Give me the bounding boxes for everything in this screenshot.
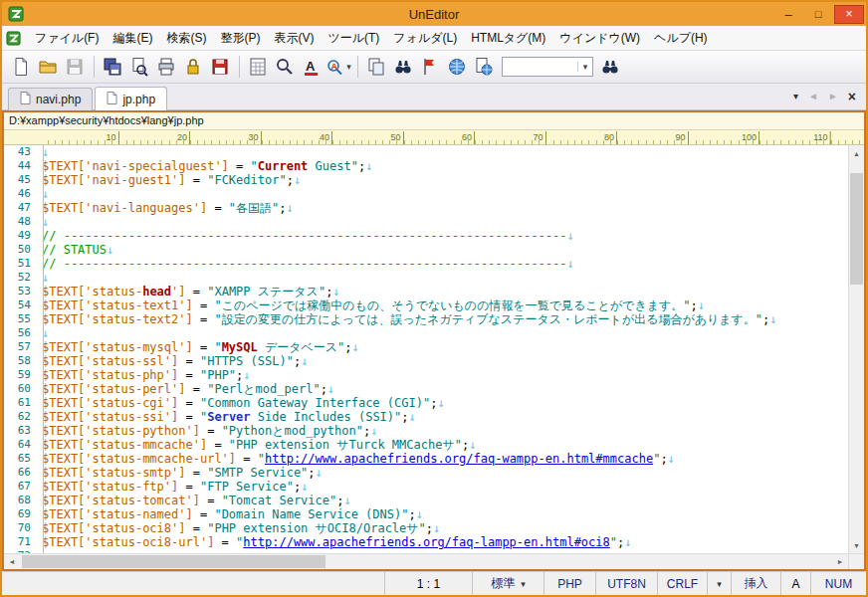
- code-line[interactable]: 45$TEXT['navi-guest1'] = "FCKeditor";↓: [4, 173, 848, 187]
- dropdown-icon[interactable]: ▾: [346, 62, 351, 72]
- search-combo[interactable]: ▾: [502, 57, 593, 77]
- open-file-button[interactable]: [35, 54, 61, 80]
- menu-search[interactable]: 検索(S): [159, 26, 213, 51]
- dropdown-icon[interactable]: ▾: [577, 62, 592, 72]
- ime-search-button[interactable]: A▾: [326, 54, 351, 80]
- vertical-scroll-track[interactable]: [849, 161, 864, 537]
- code-line[interactable]: 62$TEXT['status-ssi'] = "Server Side Inc…: [4, 410, 848, 424]
- minimize-button[interactable]: –: [774, 5, 802, 24]
- line-ending-indicator[interactable]: CRLF: [657, 572, 707, 595]
- binoculars-icon: [393, 57, 413, 77]
- code-line[interactable]: 63$TEXT['status-python'] = "Pythonとmod_p…: [4, 424, 848, 438]
- scroll-up-icon[interactable]: ▲: [849, 145, 864, 161]
- char-table-button[interactable]: [245, 54, 271, 80]
- title-bar[interactable]: UnEditor – □ ×: [2, 2, 866, 26]
- search-button[interactable]: [597, 54, 623, 80]
- encoding-indicator[interactable]: UTF8N: [595, 572, 657, 595]
- code-text: $TEXT['status-named'] = "Domain Name Ser…: [37, 507, 423, 521]
- code-line[interactable]: 57$TEXT['status-mysql'] = "MySQL データベース"…: [4, 340, 848, 354]
- code-line[interactable]: 52↓: [4, 271, 848, 285]
- scroll-down-icon[interactable]: ▼: [849, 537, 864, 553]
- font-color-button[interactable]: A: [299, 54, 325, 80]
- scroll-left-icon[interactable]: ◄: [4, 554, 20, 569]
- grep-button[interactable]: [390, 54, 416, 80]
- menu-help[interactable]: ヘルプ(H): [647, 26, 715, 51]
- line-number: 51: [4, 257, 37, 271]
- code-line[interactable]: 72: [4, 549, 848, 553]
- code-line[interactable]: 60$TEXT['status-perl'] = "Perlとmod_perl"…: [4, 382, 848, 396]
- menu-format[interactable]: 整形(P): [213, 26, 267, 51]
- menu-folder[interactable]: フォルダ(L): [386, 26, 464, 51]
- horizontal-scroll-thumb[interactable]: [22, 555, 326, 568]
- vertical-scroll-thumb[interactable]: [850, 173, 863, 285]
- browser-button[interactable]: [444, 54, 470, 80]
- line-number: 71: [4, 535, 37, 549]
- code-line[interactable]: 50// STATUS↓: [4, 243, 848, 257]
- code-text: $TEXT['navi-languages'] = "各国語";↓: [37, 201, 294, 215]
- newline-mark: ↓: [769, 312, 776, 326]
- line-ending-dropdown-icon[interactable]: ▾: [707, 572, 731, 595]
- code-line[interactable]: 51// -----------------------------------…: [4, 257, 848, 271]
- ruler-mark: 10: [106, 131, 118, 144]
- code-area[interactable]: 43↓44$TEXT['navi-specialguest'] = "Curre…: [4, 145, 848, 553]
- tab-list-dropdown-icon[interactable]: ▾: [793, 92, 798, 101]
- tab-jp.php[interactable]: jp.php: [95, 87, 167, 110]
- newline-mark: ↓: [316, 466, 323, 480]
- close-button[interactable]: ×: [834, 5, 864, 24]
- vertical-scrollbar[interactable]: ▲ ▼: [848, 145, 864, 553]
- scroll-right-icon[interactable]: ►: [832, 554, 848, 569]
- insert-mode-indicator[interactable]: 挿入: [731, 572, 780, 595]
- code-line[interactable]: 71$TEXT['status-oci8-url'] = "http://www…: [4, 535, 848, 549]
- print-preview-button[interactable]: [126, 54, 152, 80]
- code-line[interactable]: 61$TEXT['status-cgi'] = "Common Gateway …: [4, 396, 848, 410]
- toolbar-separator: [239, 56, 240, 78]
- code-line[interactable]: 67$TEXT['status-ftp'] = "FTP Service";↓: [4, 480, 848, 494]
- code-line[interactable]: 43↓: [4, 145, 848, 159]
- code-line[interactable]: 48↓: [4, 215, 848, 229]
- code-line[interactable]: 68$TEXT['status-tomcat'] = "Tomcat Servi…: [4, 494, 848, 507]
- code-line[interactable]: 53$TEXT['status-head'] = "XAMPP ステータス";↓: [4, 285, 848, 298]
- menu-window[interactable]: ウインドウ(W): [552, 26, 647, 51]
- status-bar: 1 : 1 標準 ▾ PHP UTF8N CRLF ▾ 挿入 A NUM: [2, 571, 866, 595]
- code-line[interactable]: 47$TEXT['navi-languages'] = "各国語";↓: [4, 201, 848, 215]
- save-all-button[interactable]: [100, 54, 125, 80]
- duplicate-window-button[interactable]: [363, 54, 389, 80]
- menu-file[interactable]: ファイル(F): [28, 26, 106, 51]
- tab-scroll-left-icon[interactable]: ◄: [808, 92, 818, 101]
- print-button[interactable]: [153, 54, 179, 80]
- code-line[interactable]: 66$TEXT['status-smtp'] = "SMTP Service";…: [4, 466, 848, 480]
- horizontal-scrollbar[interactable]: ◄ ►: [4, 554, 848, 569]
- syntax-mode[interactable]: PHP: [543, 572, 595, 595]
- horizontal-scroll-track[interactable]: [20, 554, 832, 569]
- edit-mode-select[interactable]: 標準 ▾: [472, 572, 543, 595]
- code-line[interactable]: 49// -----------------------------------…: [4, 229, 848, 243]
- menu-edit[interactable]: 編集(E): [106, 26, 159, 51]
- menu-view[interactable]: 表示(V): [267, 26, 321, 51]
- code-line[interactable]: 59$TEXT['status-php'] = "PHP";↓: [4, 368, 848, 382]
- html-preview-button[interactable]: [471, 54, 497, 80]
- magnifier-icon: [275, 57, 295, 77]
- code-line[interactable]: 55$TEXT['status-text2'] = "設定の変更の仕方によっては…: [4, 312, 848, 326]
- code-line[interactable]: 70$TEXT['status-oci8'] = "PHP extension …: [4, 521, 848, 535]
- menu-htmltag[interactable]: HTMLタグ(M): [464, 26, 552, 51]
- menu-tools[interactable]: ツール(T): [321, 26, 386, 51]
- tab-close-icon[interactable]: ×: [848, 90, 856, 103]
- tab-scroll-right-icon[interactable]: ►: [828, 92, 838, 101]
- code-line[interactable]: 56↓: [4, 326, 848, 340]
- tab-navi.php[interactable]: navi.php: [8, 88, 93, 110]
- maximize-button[interactable]: □: [804, 5, 832, 24]
- protect-button[interactable]: [180, 54, 206, 80]
- code-line[interactable]: 46↓: [4, 187, 848, 201]
- new-file-button[interactable]: [8, 54, 34, 80]
- zoom-button[interactable]: [272, 54, 298, 80]
- bookmark-button[interactable]: [417, 54, 443, 80]
- code-line[interactable]: 58$TEXT['status-ssl'] = "HTTPS (SSL)";↓: [4, 354, 848, 368]
- code-line[interactable]: 65$TEXT['status-mmcache-url'] = "http://…: [4, 452, 848, 466]
- code-line[interactable]: 64$TEXT['status-mmcache'] = "PHP extensi…: [4, 438, 848, 452]
- line-number: 49: [4, 229, 37, 243]
- code-line[interactable]: 44$TEXT['navi-specialguest'] = "Current …: [4, 159, 848, 173]
- code-line[interactable]: 54$TEXT['status-text1'] = "このページでは稼働中のもの…: [4, 298, 848, 312]
- code-line[interactable]: 69$TEXT['status-named'] = "Domain Name S…: [4, 507, 848, 521]
- newline-mark: ↓: [107, 243, 113, 257]
- save-backup-button[interactable]: [207, 54, 233, 80]
